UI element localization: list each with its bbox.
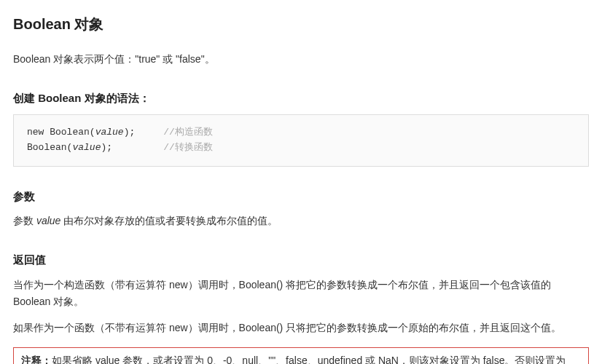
- return-paragraph-2: 如果作为一个函数（不带有运算符 new）调用时，Boolean() 只将把它的参…: [13, 320, 589, 337]
- note-text: 如果省略 value 参数，或者设置为 0、-0、null、""、false、u…: [21, 355, 566, 364]
- intro-paragraph: Boolean 对象表示两个值："true" 或 "false"。: [13, 51, 589, 68]
- return-paragraph-1: 当作为一个构造函数（带有运算符 new）调用时，Boolean() 将把它的参数…: [13, 277, 589, 312]
- code-line-1: new Boolean(value); //构造函数: [27, 125, 575, 141]
- params-paragraph: 参数 value 由布尔对象存放的值或者要转换成布尔值的值。: [13, 213, 589, 230]
- code-comment-1: //构造函数: [163, 127, 213, 138]
- code-block: new Boolean(value); //构造函数 Boolean(value…: [13, 114, 589, 167]
- note-box: 注释：如果省略 value 参数，或者设置为 0、-0、null、""、fals…: [13, 347, 589, 364]
- code-line-2: Boolean(value); //转换函数: [27, 141, 575, 156]
- syntax-heading: 创建 Boolean 对象的语法：: [13, 89, 589, 108]
- params-heading: 参数: [13, 187, 589, 206]
- note-paragraph: 注释：如果省略 value 参数，或者设置为 0、-0、null、""、fals…: [21, 352, 581, 364]
- page-title: Boolean 对象: [13, 12, 589, 36]
- return-heading: 返回值: [13, 250, 589, 269]
- code-comment-2: //转换函数: [163, 142, 213, 153]
- note-label: 注释：: [21, 355, 52, 364]
